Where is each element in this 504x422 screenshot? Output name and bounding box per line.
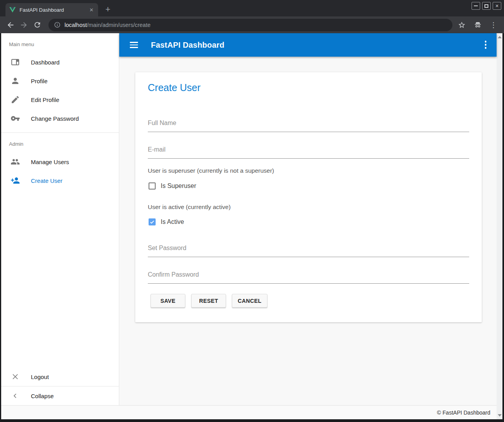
set-password-field[interactable]	[148, 241, 469, 257]
checkbox-checked-icon[interactable]	[149, 218, 156, 225]
tab-close-icon[interactable]: ✕	[88, 6, 95, 13]
url-text: localhost/main/admin/users/create	[65, 22, 151, 28]
sidebar-item-collapse[interactable]: Collapse	[1, 386, 119, 405]
tab-strip: FastAPI Dashboard ✕ + ✕	[0, 0, 504, 16]
vue-favicon-icon	[9, 7, 16, 13]
browser-menu-kebab-icon[interactable]: ⋮	[490, 21, 497, 29]
scroll-up-icon[interactable]	[498, 36, 502, 38]
is-superuser-checkbox[interactable]: Is Superuser	[149, 182, 196, 190]
window-close-button[interactable]: ✕	[493, 2, 501, 10]
sidebar-section-admin: Admin	[1, 133, 119, 149]
close-icon	[11, 372, 20, 381]
main-area: FastAPI Dashboard Create User User is su…	[119, 33, 497, 405]
checkbox-label: Is Superuser	[161, 182, 196, 190]
window-minimize-button[interactable]	[472, 2, 480, 10]
pencil-icon	[11, 95, 20, 104]
tab-title: FastAPI Dashboard	[20, 7, 88, 13]
person-icon	[11, 76, 20, 86]
browser-tab[interactable]: FastAPI Dashboard ✕	[5, 3, 98, 16]
app-menu-kebab-icon[interactable]	[485, 41, 487, 49]
sidebar-item-dashboard[interactable]: Dashboard	[1, 53, 119, 72]
key-icon	[11, 114, 20, 123]
content-area: Create User User is superuser (currently…	[119, 57, 497, 405]
confirm-password-field[interactable]	[148, 268, 469, 284]
maximize-icon	[484, 4, 488, 8]
app-bar: FastAPI Dashboard	[119, 33, 497, 57]
email-field[interactable]	[148, 143, 469, 159]
scroll-down-icon[interactable]	[498, 414, 502, 417]
sidebar-item-manage-users[interactable]: Manage Users	[1, 152, 119, 171]
sidebar-item-create-user[interactable]: Create User	[1, 171, 119, 190]
page-title: Create User	[148, 82, 201, 93]
dashboard-icon	[11, 57, 20, 67]
active-note: User is active (currently active)	[148, 204, 231, 211]
window-maximize-button[interactable]	[482, 2, 491, 10]
sidebar-item-profile[interactable]: Profile	[1, 72, 119, 90]
forward-button[interactable]	[19, 20, 29, 30]
incognito-icon	[474, 21, 482, 29]
address-bar[interactable]: localhost/main/admin/users/create	[48, 19, 452, 31]
browser-window: FastAPI Dashboard ✕ + ✕ localhost/main/a…	[0, 0, 504, 422]
form-actions: SAVE RESET CANCEL	[151, 294, 267, 308]
people-icon	[11, 157, 20, 166]
is-active-checkbox[interactable]: Is Active	[149, 218, 184, 225]
page-footer: © FastAPI Dashboard	[1, 405, 497, 419]
back-button[interactable]	[5, 20, 16, 30]
app-title: FastAPI Dashboard	[151, 41, 224, 50]
cancel-button[interactable]: CANCEL	[232, 294, 267, 308]
browser-toolbar: localhost/main/admin/users/create ⋮	[0, 16, 504, 33]
new-tab-button[interactable]: +	[102, 4, 113, 15]
create-user-card: Create User User is superuser (currently…	[135, 72, 482, 322]
vertical-scrollbar[interactable]	[497, 33, 502, 419]
full-name-field[interactable]	[148, 116, 469, 132]
hamburger-menu-icon[interactable]	[130, 42, 138, 48]
copyright-text: © FastAPI Dashboard	[437, 409, 490, 416]
sidebar-item-change-password[interactable]: Change Password	[1, 109, 119, 128]
sidebar-item-logout[interactable]: Logout	[1, 367, 119, 386]
reload-button[interactable]	[32, 20, 42, 30]
page-viewport: Main menu Dashboard Profile	[1, 33, 502, 419]
save-button[interactable]: SAVE	[151, 294, 185, 308]
sidebar-section-main-menu: Main menu	[1, 33, 119, 50]
bookmark-star-icon[interactable]	[458, 21, 466, 29]
person-add-icon	[11, 176, 20, 185]
sidebar-item-edit-profile[interactable]: Edit Profile	[1, 90, 119, 109]
reset-button[interactable]: RESET	[191, 294, 226, 308]
checkbox-label: Is Active	[161, 218, 184, 225]
site-info-icon[interactable]	[54, 21, 61, 28]
minimize-icon	[474, 5, 478, 6]
sidebar: Main menu Dashboard Profile	[1, 33, 119, 405]
chevron-left-icon	[11, 391, 20, 401]
superuser-note: User is superuser (currently is not a su…	[148, 167, 274, 174]
checkbox-unchecked-icon[interactable]	[149, 182, 156, 190]
